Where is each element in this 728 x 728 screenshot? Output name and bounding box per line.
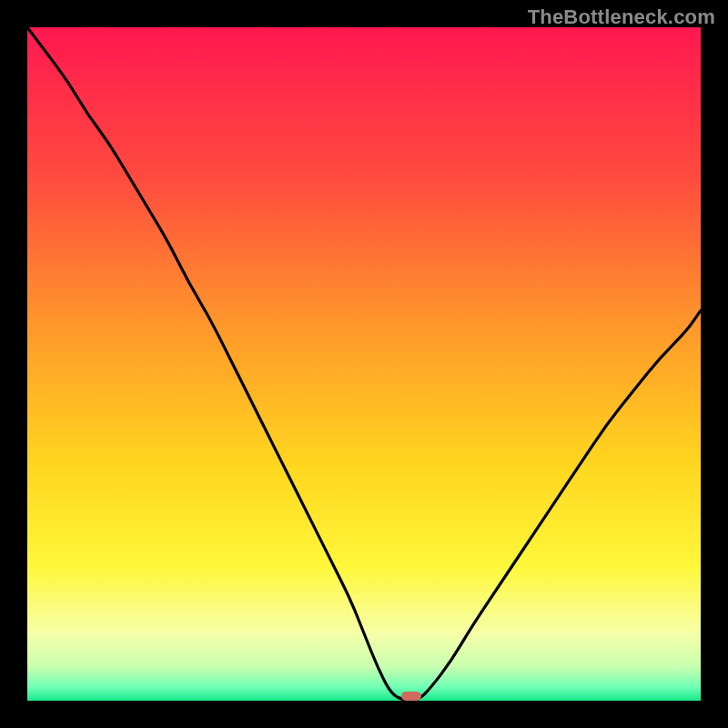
watermark-text: TheBottleneck.com (528, 5, 715, 29)
plot-area (27, 27, 701, 701)
chart-frame: TheBottleneck.com (0, 0, 728, 728)
optimal-marker (401, 692, 421, 701)
bottleneck-curve (27, 27, 701, 701)
